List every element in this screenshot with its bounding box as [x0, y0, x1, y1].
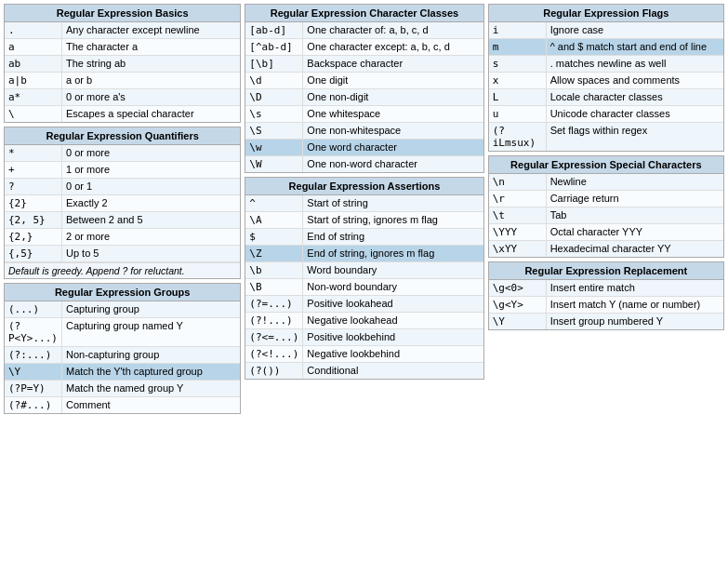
table-row: \W One non-word character — [245, 156, 483, 172]
cell-key: (?<=...) — [245, 329, 303, 345]
cell-val: 0 or more — [62, 145, 240, 161]
table-row: \D One non-digit — [245, 89, 483, 106]
table-row: {2, 5} Between 2 and 5 — [5, 212, 240, 229]
cell-val: The string ab — [62, 56, 240, 72]
cell-val: Conditional — [303, 363, 483, 379]
cell-key: a* — [5, 89, 62, 105]
quantifiers-header: Regular Expression Quantifiers — [5, 127, 240, 145]
classes-header: Regular Expression Character Classes — [245, 5, 483, 22]
cell-key: ab — [5, 56, 62, 72]
cell-val: Match the Y'th captured group — [62, 364, 240, 380]
table-row: (...) Capturing group — [5, 301, 240, 318]
cell-val: Start of string — [303, 195, 483, 211]
table-row: (?iLmsux) Set flags within regex — [489, 123, 723, 151]
table-row: i Ignore case — [489, 22, 723, 39]
table-row: (?=...) Positive lookahead — [245, 296, 483, 313]
cell-key: \g<Y> — [489, 297, 547, 313]
table-row: \ Escapes a special character — [5, 106, 240, 122]
cell-val: Insert entire match — [547, 280, 723, 296]
cell-key: {2} — [5, 195, 62, 211]
cell-key: \W — [245, 156, 303, 172]
cell-val: End of string — [303, 229, 483, 245]
cell-val: Unicode character classes — [547, 106, 723, 122]
cell-val: One non-word character — [303, 156, 483, 172]
cell-key: (?:...) — [5, 347, 62, 363]
table-row: \n Newline — [489, 174, 723, 191]
cell-key: {2,} — [5, 229, 62, 245]
assertions-header: Regular Expression Assertions — [245, 178, 483, 195]
cell-key: [ab-d] — [245, 22, 303, 38]
table-row: \w One word character — [245, 140, 483, 156]
table-row: m ^ and $ match start and end of line — [489, 39, 723, 56]
cell-val: ^ and $ match start and end of line — [547, 39, 723, 55]
cell-key: (...) — [5, 301, 62, 317]
cell-val: One whitespace — [303, 106, 483, 122]
cell-val: Allow spaces and comments — [547, 73, 723, 88]
cell-val: Between 2 and 5 — [62, 212, 240, 228]
table-row: \B Non-word boundary — [245, 279, 483, 296]
table-row: {2,} 2 or more — [5, 229, 240, 246]
special-header: Regular Expression Special Characters — [489, 156, 723, 174]
cell-val: Newline — [547, 174, 723, 190]
cell-val: Comment — [62, 397, 240, 413]
cell-key: \ — [5, 106, 62, 122]
table-row: (?<!...) Negative lookbehind — [245, 346, 483, 363]
table-row: \xYY Hexadecimal character YY — [489, 241, 723, 257]
cell-val: Insert match Y (name or number) — [547, 297, 723, 313]
cell-key: \xYY — [489, 241, 547, 257]
cell-key: \Z — [245, 246, 303, 261]
cell-key: + — [5, 162, 62, 178]
cell-val: Match the named group Y — [62, 381, 240, 396]
cell-key: i — [489, 22, 547, 38]
cell-val: 1 or more — [62, 162, 240, 178]
table-row: s . matches newline as well — [489, 56, 723, 73]
table-row: \g<0> Insert entire match — [489, 280, 723, 297]
cell-key: (?!...) — [245, 313, 303, 328]
table-row: + 1 or more — [5, 162, 240, 179]
cell-key: (?P<Y>...) — [5, 318, 62, 346]
basics-section: Regular Expression Basics . Any characte… — [4, 4, 241, 123]
cell-key: ? — [5, 179, 62, 194]
table-row: \Y Insert group numbered Y — [489, 314, 723, 329]
cell-val: Up to 5 — [62, 246, 240, 261]
cell-val: One character except: a, b, c, d — [303, 39, 483, 55]
cell-val: One non-digit — [303, 89, 483, 105]
table-row: \Y Match the Y'th captured group — [5, 364, 240, 381]
cell-key: a — [5, 39, 62, 55]
cell-key: (?P=Y) — [5, 381, 62, 396]
table-row: ? 0 or 1 — [5, 179, 240, 195]
cell-val: Positive lookahead — [303, 296, 483, 312]
cell-key: {,5} — [5, 246, 62, 261]
cell-key: (?iLmsux) — [489, 123, 547, 151]
quantifiers-note: Default is greedy. Append ? for reluctan… — [5, 262, 240, 278]
table-row: \Z End of string, ignores m flag — [245, 246, 483, 262]
flags-header: Regular Expression Flags — [489, 5, 723, 22]
cell-val: One non-whitespace — [303, 123, 483, 139]
cell-key: \d — [245, 73, 303, 88]
table-row: (?!...) Negative lookahead — [245, 313, 483, 329]
table-row: \A Start of string, ignores m flag — [245, 212, 483, 229]
cell-val: Start of string, ignores m flag — [303, 212, 483, 228]
table-row: {2} Exactly 2 — [5, 195, 240, 212]
cell-key: \S — [245, 123, 303, 139]
cell-val: Positive lookbehind — [303, 329, 483, 345]
replacement-header: Regular Expression Replacement — [489, 262, 723, 280]
table-row: L Locale character classes — [489, 89, 723, 106]
cell-key: $ — [245, 229, 303, 245]
cell-val: 2 or more — [62, 229, 240, 245]
cell-key: {2, 5} — [5, 212, 62, 228]
basics-header: Regular Expression Basics — [5, 5, 240, 22]
table-row: a|b a or b — [5, 73, 240, 89]
table-row: a* 0 or more a's — [5, 89, 240, 106]
cell-val: Non-capturing group — [62, 347, 240, 363]
groups-header: Regular Expression Groups — [5, 284, 240, 301]
flags-section: Regular Expression Flags i Ignore case m… — [488, 4, 724, 152]
cell-key: \D — [245, 89, 303, 105]
cell-val: Insert group numbered Y — [547, 314, 723, 329]
special-section: Regular Expression Special Characters \n… — [488, 155, 724, 258]
cell-val: 0 or more a's — [62, 89, 240, 105]
cell-key: \t — [489, 207, 547, 223]
cell-val: One digit — [303, 73, 483, 88]
table-row: x Allow spaces and comments — [489, 73, 723, 89]
cell-val: Carriage return — [547, 191, 723, 207]
